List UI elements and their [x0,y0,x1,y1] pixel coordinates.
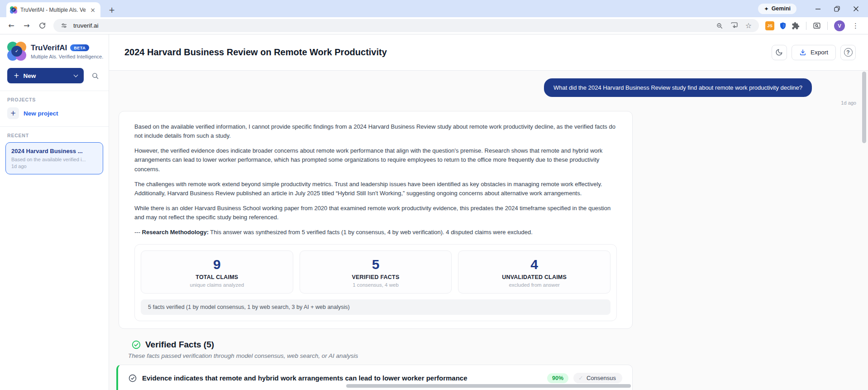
dark-mode-toggle-button[interactable] [772,45,787,60]
vertical-scrollbar[interactable] [862,72,866,143]
fact-claim-text: Evidence indicates that remote and hybri… [142,374,542,382]
zoom-icon[interactable] [715,22,725,29]
stat-label: TOTAL CLAIMS [146,274,288,280]
forward-button[interactable]: → [20,19,33,32]
stat-value: 4 [463,257,606,272]
research-methodology-line: --- Research Methodology: This answer wa… [134,228,617,237]
user-question-bubble: What did the 2024 Harvard Business Revie… [544,78,812,97]
shield-extension-icon[interactable] [779,22,787,30]
extensions-puzzle-icon[interactable] [792,22,800,30]
brand: ✓ TruVerifAI BETA Multiple Als. Verified… [0,42,109,61]
back-button[interactable]: ← [5,19,18,32]
projects-section-label: PROJECTS [0,97,109,102]
answer-paragraph: Based on the available verified informat… [134,122,617,140]
new-tab-button[interactable]: + [106,4,118,16]
page-title: 2024 Harvard Business Review on Remote W… [124,47,772,58]
question-timestamp: 1d ago [109,100,868,106]
brand-name: TruVerifAI [31,43,67,53]
stat-card-verified-facts: 5 VERIFIED FACTS 1 consensus, 4 web [300,250,452,294]
install-app-icon[interactable] [729,22,739,29]
side-panel-search-icon[interactable] [813,22,821,30]
facts-verified-summary: 5 facts verified (1 by model consensus, … [141,299,610,315]
tab-title: TruVerifAI - Multiple Als. Verifie [20,7,86,13]
profile-avatar[interactable]: V [834,20,845,31]
divider [0,91,109,91]
stat-label: UNVALIDATED CLAIMS [463,274,606,280]
recent-item-time: 1d ago [11,164,97,169]
window-close-button[interactable] [846,0,865,17]
stat-value: 5 [305,257,447,272]
reload-button[interactable] [36,19,48,32]
conversation-area: What did the 2024 Harvard Business Revie… [109,71,868,390]
sparkle-icon: ✦ [764,5,768,12]
browser-menu-icon[interactable]: ⋮ [849,22,862,30]
divider [0,126,109,127]
chevron-down-icon [74,73,78,77]
claims-stats-panel: 9 TOTAL CLAIMS unique claims analyzed 5 … [134,244,617,321]
recent-section-label: RECENT [0,133,109,138]
sidebar-search-button[interactable] [88,68,102,83]
answer-paragraph: The challenges with remote work extend b… [134,180,617,198]
js-extension-icon[interactable]: JS [765,21,774,30]
window-restore-button[interactable] [827,0,846,17]
fact-check-icon [128,374,137,383]
stat-card-total-claims: 9 TOTAL CLAIMS unique claims analyzed [141,250,293,294]
address-bar[interactable]: truverif.ai ☆ [53,19,759,32]
main-header: 2024 Harvard Business Review on Remote W… [109,34,868,71]
stat-value: 9 [146,257,288,272]
verified-check-icon [131,340,141,350]
recent-item-title: 2024 Harvard Business ... [11,148,97,154]
favicon-truverifai: ✓ [10,6,17,14]
sidebar: ✓ TruVerifAI BETA Multiple Als. Verified… [0,34,109,390]
help-button[interactable]: ? [840,45,856,60]
verified-facts-title: Verified Facts (5) [145,340,214,350]
url-text[interactable]: truverif.ai [73,22,99,29]
plus-icon: + [7,107,19,119]
tab-close-icon[interactable]: × [89,6,97,14]
answer-paragraph: While there is an older Harvard Business… [134,204,617,222]
verified-facts-subtitle: These facts passed verification through … [128,352,868,359]
browser-titlebar: ✓ TruVerifAI - Multiple Als. Verifie × +… [0,0,868,17]
stat-label: VERIFIED FACTS [305,274,447,280]
recent-item-snippet: Based on the available verified i... [11,157,97,162]
recent-conversation-item[interactable]: 2024 Harvard Business ... Based on the a… [5,142,103,174]
horizontal-scrollbar[interactable] [346,384,631,388]
new-project-button[interactable]: + New project [7,107,101,119]
browser-tab[interactable]: ✓ TruVerifAI - Multiple Als. Verifie × [6,2,100,17]
browser-toolbar: ← → truverif.ai ☆ JS [0,17,868,34]
stat-card-unvalidated-claims: 4 UNVALIDATED CLAIMS excluded from answe… [458,250,610,294]
question-mark-icon: ? [844,48,853,57]
stat-sublabel: excluded from answer [463,282,606,288]
answer-paragraph: However, the verified evidence does indi… [134,146,617,173]
download-icon [799,49,806,56]
window-minimize-button[interactable] [808,0,827,17]
gemini-button[interactable]: ✦ Gemini [758,4,796,14]
moon-icon [775,48,783,56]
plus-icon: + [14,72,19,80]
stat-sublabel: 1 consensus, 4 web [305,282,447,288]
export-button[interactable]: Export [792,45,836,60]
new-button[interactable]: + New [7,68,84,83]
truverifai-logo: ✓ [7,42,26,61]
beta-badge: BETA [70,44,89,51]
assistant-answer-card: Based on the available verified informat… [119,111,633,329]
stat-sublabel: unique claims analyzed [146,282,288,288]
brand-tagline: Multiple Als. Verified Intelligence. [31,54,103,59]
bookmark-star-icon[interactable]: ☆ [744,21,754,30]
confidence-badge: 90% [547,373,568,383]
consensus-badge: ✓ Consensus [573,373,622,383]
site-settings-icon[interactable] [59,22,69,29]
check-icon: ✓ [578,375,583,381]
